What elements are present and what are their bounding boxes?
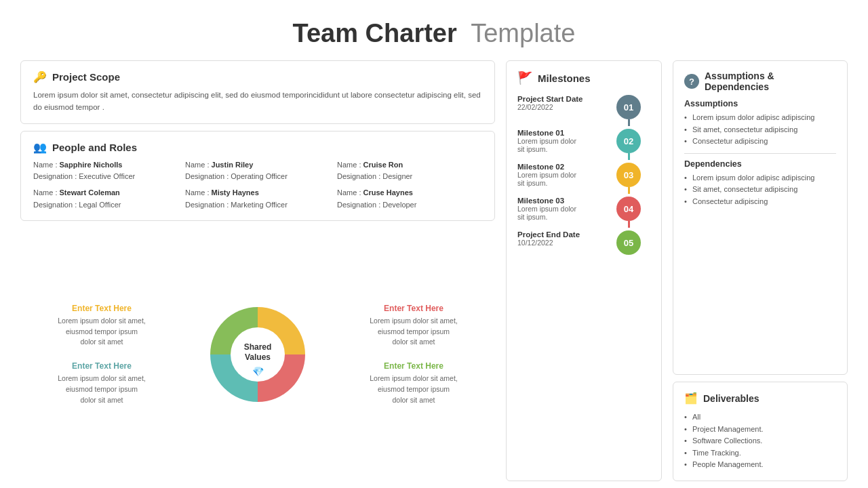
milestone-name-1: Project Start Date [517, 95, 612, 103]
question-icon: ? [684, 74, 699, 89]
milestones-section: 🚩 Milestones Project Start Date 22/02/20… [506, 60, 662, 481]
milestone-name-4: Milestone 03 [517, 197, 612, 205]
list-item: Enter Text Here Lorem ipsum dolor sit am… [20, 304, 183, 348]
list-item: Name : Justin Riley Designation : Operat… [185, 159, 330, 183]
page: Team Charter Template 🔑 Project Scope Lo… [0, 0, 868, 488]
deliverables-section: 🗂️ Deliverables All Project Management. … [673, 382, 848, 481]
milestone-name-3: Milestone 02 [517, 163, 612, 171]
values-left: Enter Text Here Lorem ipsum dolor sit am… [20, 304, 190, 406]
people-grid: Name : Sapphire Nicholls Designation : E… [33, 159, 482, 211]
divider [684, 153, 836, 154]
milestone-content-2: Milestone 01 Lorem ipsum dolor sit ipsum… [517, 129, 612, 153]
page-title: Team Charter Template [0, 19, 868, 48]
timeline-line-1 [628, 119, 630, 126]
timeline-line-3 [628, 187, 630, 194]
key-icon: 🔑 [33, 70, 47, 83]
milestones-title: 🚩 Milestones [517, 70, 650, 85]
milestone-name-5: Project End Date [517, 230, 612, 239]
list-item: Lorem ipsum dolor adipisc adipiscing [684, 172, 836, 184]
list-item: Enter Text Here Lorem ipsum dolor sit am… [332, 361, 495, 405]
milestone-badge-1: 01 [616, 95, 641, 119]
milestone-badge-5: 05 [616, 230, 641, 255]
milestone-date-5: 10/12/2022 [517, 239, 612, 247]
timeline-col-5: 05 [616, 230, 641, 255]
deliverables-title: 🗂️ Deliverables [684, 392, 836, 405]
list-item: Enter Text Here Lorem ipsum dolor sit am… [20, 361, 183, 405]
page-header: Team Charter Template [0, 0, 868, 60]
milestone-badge-3: 03 [616, 163, 641, 187]
value-text-4: Lorem ipsum dolor sit amet, eiusmod temp… [332, 373, 495, 405]
list-item: Project Management. [684, 424, 836, 436]
svg-text:💎: 💎 [252, 366, 264, 378]
list-item: Consectetur adipiscing [684, 136, 836, 148]
value-text-1: Lorem ipsum dolor sit amet, eiusmod temp… [20, 316, 183, 348]
assumptions-list: Lorem ipsum dolor adipisc adipiscing Sit… [684, 112, 836, 148]
svg-text:Values: Values [245, 352, 271, 362]
value-label-3: Enter Text Here [20, 361, 183, 371]
donut-svg: Shared Values 💎 [200, 297, 315, 412]
timeline-col-4: 04 [616, 197, 641, 228]
value-text-2: Lorem ipsum dolor sit amet, eiusmod temp… [332, 316, 495, 348]
value-label-4: Enter Text Here [332, 361, 495, 371]
list-item: Project End Date 10/12/2022 05 [517, 230, 650, 255]
milestone-content-1: Project Start Date 22/02/2022 [517, 95, 612, 111]
deliverables-icon: 🗂️ [684, 392, 698, 405]
milestone-content-5: Project End Date 10/12/2022 [517, 230, 612, 247]
timeline-col-1: 01 [616, 95, 641, 126]
assumptions-title: ? Assumptions & Dependencies [684, 70, 836, 92]
shared-values-section: Enter Text Here Lorem ipsum dolor sit am… [20, 228, 495, 481]
milestone-content-4: Milestone 03 Lorem ipsum dolor sit ipsum… [517, 197, 612, 221]
people-roles-title: 👥 People and Roles [33, 141, 482, 154]
title-bold: Team Charter [293, 19, 457, 47]
milestone-date-1: 22/02/2022 [517, 103, 612, 111]
milestone-desc-4: Lorem ipsum dolor sit ipsum. [517, 205, 612, 221]
milestone-badge-2: 02 [616, 129, 641, 153]
dependencies-list: Lorem ipsum dolor adipisc adipiscing Sit… [684, 172, 836, 208]
list-item: Milestone 01 Lorem ipsum dolor sit ipsum… [517, 129, 650, 160]
timeline-line-2 [628, 153, 630, 160]
list-item: Name : Cruise Ron Designation : Designer [337, 159, 482, 183]
list-item: Time Tracking. [684, 447, 836, 460]
list-item: Milestone 02 Lorem ipsum dolor sit ipsum… [517, 163, 650, 194]
title-light: Template [471, 19, 575, 47]
milestone-desc-3: Lorem ipsum dolor sit ipsum. [517, 171, 612, 187]
main-content: 🔑 Project Scope Lorem ipsum dolor sit am… [0, 60, 868, 488]
deliverables-list: All Project Management. Software Collect… [684, 411, 836, 471]
project-scope-text: Lorem ipsum dolor sit amet, consectetur … [33, 89, 482, 114]
list-item: Name : Sapphire Nicholls Designation : E… [33, 159, 178, 183]
list-item: Sit amet, consectetur adipiscing [684, 124, 836, 136]
flag-icon: 🚩 [517, 70, 532, 85]
milestone-name-2: Milestone 01 [517, 129, 612, 137]
list-item: Name : Cruse Haynes Designation : Develo… [337, 187, 482, 211]
left-column: 🔑 Project Scope Lorem ipsum dolor sit am… [20, 60, 495, 481]
project-scope-title: 🔑 Project Scope [33, 70, 482, 83]
value-label-2: Enter Text Here [332, 304, 495, 313]
right-column: ? Assumptions & Dependencies Assumptions… [673, 60, 848, 481]
values-right: Enter Text Here Lorem ipsum dolor sit am… [326, 304, 495, 406]
milestone-badge-4: 04 [616, 197, 641, 221]
milestone-desc-2: Lorem ipsum dolor sit ipsum. [517, 137, 612, 153]
list-item: Enter Text Here Lorem ipsum dolor sit am… [332, 304, 495, 348]
list-item: Name : Stewart Coleman Designation : Leg… [33, 187, 178, 211]
people-icon: 👥 [33, 141, 47, 154]
svg-text:Shared: Shared [244, 342, 272, 352]
list-item: All [684, 411, 836, 424]
list-item: Milestone 03 Lorem ipsum dolor sit ipsum… [517, 197, 650, 228]
timeline-line-4 [628, 221, 630, 228]
assumptions-section: ? Assumptions & Dependencies Assumptions… [673, 60, 848, 375]
timeline-col-2: 02 [616, 129, 641, 160]
list-item: Sit amet, consectetur adipiscing [684, 184, 836, 196]
list-item: People Management. [684, 459, 836, 471]
value-text-3: Lorem ipsum dolor sit amet, eiusmod temp… [20, 373, 183, 405]
list-item: Lorem ipsum dolor adipisc adipiscing [684, 112, 836, 124]
list-item: Name : Misty Haynes Designation : Market… [185, 187, 330, 211]
timeline-col-3: 03 [616, 163, 641, 194]
people-roles-section: 👥 People and Roles Name : Sapphire Nicho… [20, 131, 495, 221]
dependencies-sub-title: Dependencies [684, 159, 836, 169]
milestone-content-3: Milestone 02 Lorem ipsum dolor sit ipsum… [517, 163, 612, 187]
list-item: Consectetur adipiscing [684, 196, 836, 208]
assumptions-sub-title: Assumptions [684, 99, 836, 108]
value-label-1: Enter Text Here [20, 304, 183, 313]
list-item: Project Start Date 22/02/2022 01 [517, 95, 650, 126]
project-scope-section: 🔑 Project Scope Lorem ipsum dolor sit am… [20, 60, 495, 124]
